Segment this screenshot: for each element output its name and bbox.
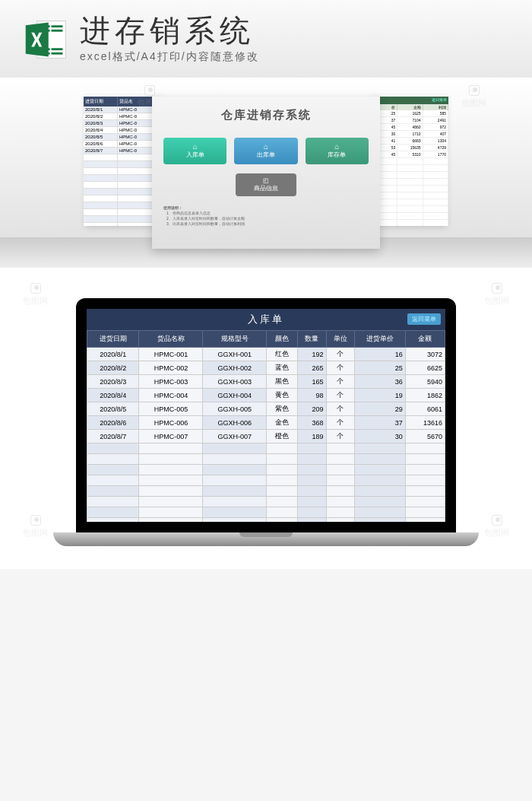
svg-rect-4 xyxy=(52,30,63,32)
watermark: 包图网 xyxy=(23,283,48,307)
house-up-icon: ⌂ xyxy=(193,143,198,151)
table-row[interactable]: 2020/8/6HPMC-006GGXH-006金色368个3713616 xyxy=(87,416,445,430)
button-label: 出库单 xyxy=(257,151,275,159)
table-row: 2020/8/3HPMC-0 xyxy=(84,120,160,127)
table-row[interactable] xyxy=(87,507,445,518)
back-link[interactable]: 返回菜单 xyxy=(432,97,447,102)
table-row[interactable]: 2020/8/4HPMC-004GGXH-004黄色98个191862 xyxy=(87,389,445,402)
table-row: 2020/8/2HPMC-0 xyxy=(84,113,160,120)
table-row: 4553101770 xyxy=(372,151,448,158)
excel-icon xyxy=(23,17,68,62)
col-header: 金额 xyxy=(405,331,445,348)
house-down-icon: ⌂ xyxy=(264,143,268,151)
back-to-menu-button[interactable]: 返回菜单 xyxy=(407,313,441,325)
svg-rect-8 xyxy=(52,52,63,55)
button-label: 库存单 xyxy=(328,151,346,159)
col-header: 进货日期 xyxy=(87,331,139,348)
svg-rect-2 xyxy=(52,25,63,27)
laptop-section: 包图网 包图网 包图网 包图网 包图网 入库单 返回菜单 进货日期货品名称规格型… xyxy=(0,268,532,569)
table-row: 53156354729 xyxy=(372,145,448,151)
button-label: 入库单 xyxy=(186,151,204,159)
usage-notes: 使用说明： 1、在商品信息表录入信息 2、入库表录入对应时间和数量，自动计算金额… xyxy=(163,205,369,227)
table-row: 2020/8/7HPMC-0 xyxy=(84,148,160,154)
col-header: 金额 xyxy=(397,104,423,110)
table-row[interactable] xyxy=(87,443,445,454)
table-row[interactable] xyxy=(87,486,445,497)
menu-panel: 仓库进销存系统 ⌂ 入库单 ⌂ 出库单 ⌂ 库存单 ◰ 商品信息 xyxy=(152,97,380,249)
table-row[interactable]: 2020/8/5HPMC-005GGXH-005紫色209个296061 xyxy=(87,402,445,416)
table-row: 2020/8/4HPMC-0 xyxy=(84,127,160,134)
table-row[interactable] xyxy=(87,465,445,475)
col-header: 进货单价 xyxy=(354,331,405,348)
col-header: 数量 xyxy=(298,331,326,348)
table-row[interactable]: 2020/8/2HPMC-002GGXH-002蓝色265个256625 xyxy=(87,361,445,375)
col-header: 颜色 xyxy=(267,331,298,348)
preview-sheet-right: 返回菜单 价 金额 利润 251625585377104249145486097… xyxy=(372,97,448,226)
col-header: 单位 xyxy=(326,331,354,348)
outbound-button[interactable]: ⌂ 出库单 xyxy=(234,138,297,164)
col-header: 利润 xyxy=(423,104,448,110)
table-row: 4166831304 xyxy=(372,138,448,145)
preview-sheet-left: 进货日期 货品名 2020/8/1HPMC-02020/8/2HPMC-0202… xyxy=(84,97,160,226)
table-row[interactable] xyxy=(87,518,445,523)
table-row: 251625585 xyxy=(372,110,448,117)
stock-button[interactable]: ⌂ 库存单 xyxy=(306,138,369,164)
menu-title: 仓库进销存系统 xyxy=(163,108,369,122)
page-subtitle: excel格式/A4打印/内容随意修改 xyxy=(80,50,259,64)
col-header: 规格型号 xyxy=(203,331,267,348)
col-header: 货品名称 xyxy=(139,331,203,348)
watermark: 包图网 xyxy=(23,515,48,539)
sheet-title: 入库单 xyxy=(248,313,284,326)
table-row[interactable]: 2020/8/3HPMC-003GGXH-003黑色165个365940 xyxy=(87,375,445,389)
table-row: 3771042491 xyxy=(372,117,448,124)
table-row[interactable]: 2020/8/7HPMC-007GGXH-007橙色189个305670 xyxy=(87,430,445,443)
table-row: 2020/8/5HPMC-0 xyxy=(84,134,160,141)
table-row: 2020/8/6HPMC-0 xyxy=(84,141,160,148)
table-row: 301710407 xyxy=(372,131,448,138)
laptop-mockup: 入库单 返回菜单 进货日期货品名称规格型号颜色数量单位进货单价金额 2020/8… xyxy=(76,298,456,546)
col-header: 进货日期 xyxy=(84,97,118,106)
page-title: 进存销系统 xyxy=(80,15,259,46)
table-row[interactable] xyxy=(87,454,445,465)
svg-rect-6 xyxy=(52,48,63,50)
spreadsheet-view: 入库单 返回菜单 进货日期货品名称规格型号颜色数量单位进货单价金额 2020/8… xyxy=(87,309,445,522)
table-row[interactable] xyxy=(87,475,445,486)
inbound-button[interactable]: ⌂ 入库单 xyxy=(163,138,226,164)
bag-icon: ◰ xyxy=(263,177,269,184)
product-info-button[interactable]: ◰ 商品信息 xyxy=(236,173,296,196)
preview-stage: 进货日期 货品名 2020/8/1HPMC-02020/8/2HPMC-0202… xyxy=(0,78,532,268)
table-row: 2020/8/1HPMC-0 xyxy=(84,106,160,113)
table-row[interactable] xyxy=(87,497,445,507)
table-row: 454860972 xyxy=(372,124,448,131)
watermark: 包图网 xyxy=(484,515,509,539)
house-icon: ⌂ xyxy=(334,143,339,151)
table-row[interactable]: 2020/8/1HPMC-001GGXH-001红色192个163072 xyxy=(87,348,445,361)
inbound-table: 进货日期货品名称规格型号颜色数量单位进货单价金额 2020/8/1HPMC-00… xyxy=(87,330,445,522)
page-header: 进存销系统 excel格式/A4打印/内容随意修改 xyxy=(0,0,532,78)
button-label: 商品信息 xyxy=(254,184,278,192)
watermark: 包图网 xyxy=(484,283,509,307)
